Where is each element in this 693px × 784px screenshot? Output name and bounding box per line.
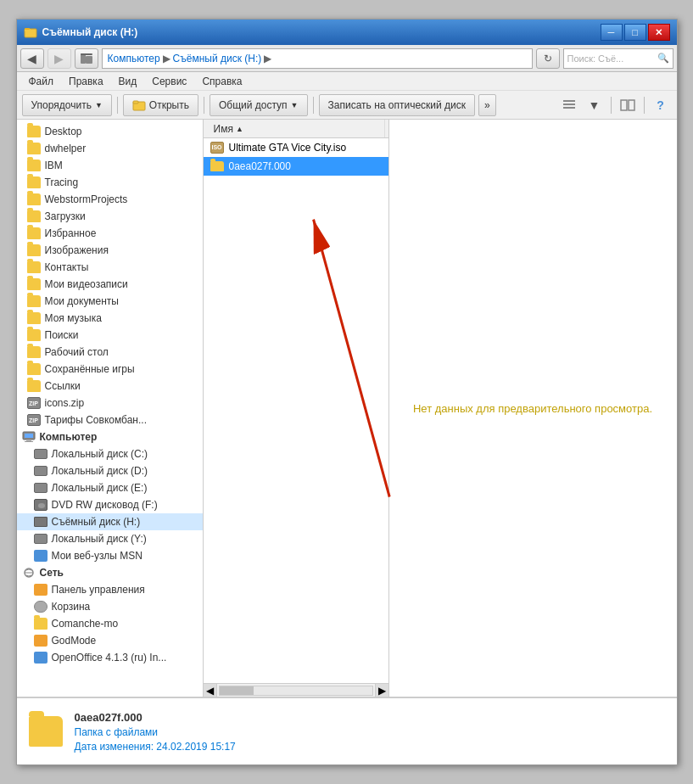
h-scroll-thumb[interactable] — [220, 686, 254, 695]
search-icon[interactable]: 🔍 — [657, 53, 669, 64]
zip-icon: ZIP — [27, 414, 41, 426]
sidebar-comanche[interactable]: Comanche-mo — [17, 615, 203, 632]
burn-button[interactable]: Записать на оптический диск — [319, 94, 476, 116]
more-button[interactable]: » — [478, 94, 496, 116]
sidebar-label: IBM — [45, 160, 63, 171]
menu-help[interactable]: Справка — [195, 74, 249, 89]
sidebar-item-links[interactable]: Ссылки — [17, 378, 203, 395]
sidebar-item-dwhelper[interactable]: dwhelper — [17, 140, 203, 157]
breadcrumb-computer[interactable]: Компьютер — [108, 53, 160, 64]
sidebar-item-contacts[interactable]: Контакты — [17, 259, 203, 276]
iso-file-icon: ISO — [210, 142, 224, 154]
sidebar-item-downloads[interactable]: Загрузки — [17, 208, 203, 225]
web-icon — [34, 550, 48, 562]
organize-button[interactable]: Упорядочить ▼ — [22, 94, 112, 116]
status-date-label: Дата изменения: — [75, 741, 154, 753]
sidebar-label: Изображения — [45, 244, 109, 256]
help-button[interactable]: ? — [650, 96, 672, 115]
file-row[interactable]: ISO Ultimate GTA Vice City.iso — [204, 138, 388, 157]
status-info: 0aea027f.000 Папка с файлами Дата измене… — [75, 711, 236, 753]
svg-rect-7 — [133, 101, 138, 104]
menu-view[interactable]: Вид — [112, 74, 144, 89]
sidebar-drive-d[interactable]: Локальный диск (D:) — [17, 462, 203, 479]
window-controls: ─ □ ✕ — [601, 24, 670, 41]
toolbar-sep3 — [313, 97, 314, 114]
sidebar-msn[interactable]: Мои веб-узлы MSN — [17, 547, 203, 564]
back-button[interactable]: ◀ — [20, 48, 44, 69]
view-pane-button[interactable] — [617, 96, 639, 115]
sidebar-item-savedgames[interactable]: Сохранённые игры — [17, 361, 203, 378]
drive-label: Локальный диск (C:) — [52, 448, 148, 460]
scroll-left[interactable]: ◀ — [204, 684, 217, 697]
sidebar-drive-h[interactable]: Съёмный диск (H:) — [17, 513, 203, 530]
folder-icon — [27, 278, 41, 290]
sidebar-item-favorites[interactable]: Избранное — [17, 225, 203, 242]
folder-icon — [27, 346, 41, 358]
sidebar-drive-c[interactable]: Локальный диск (C:) — [17, 445, 203, 462]
sidebar-item-desktop2[interactable]: Рабочий стол — [17, 344, 203, 361]
name-column-header[interactable]: Имя ▲ — [207, 120, 385, 137]
svg-rect-11 — [621, 100, 627, 110]
file-row-selected[interactable]: 0aea027f.000 — [204, 157, 388, 176]
folder-icon — [27, 126, 41, 137]
svg-rect-10 — [563, 107, 575, 109]
bottom-scrollbar[interactable]: ◀ ▶ — [204, 683, 388, 697]
svg-rect-14 — [25, 434, 33, 438]
sidebar-drive-e[interactable]: Локальный диск (E:) — [17, 479, 203, 496]
forward-button[interactable]: ▶ — [48, 48, 71, 69]
svg-rect-5 — [81, 53, 92, 55]
folder-icon — [34, 618, 48, 630]
sidebar-item-tracing[interactable]: Tracing — [17, 174, 203, 191]
sidebar-item-music[interactable]: Моя музыка — [17, 310, 203, 327]
menu-service[interactable]: Сервис — [145, 74, 193, 89]
sidebar-godmode[interactable]: GodMode — [17, 632, 203, 649]
sidebar-item-webstorm[interactable]: WebstormProjects — [17, 191, 203, 208]
view-toggle-button[interactable]: ▼ — [584, 96, 606, 115]
h-scroll-track[interactable] — [219, 686, 373, 696]
search-box[interactable]: Поиск: Съё... 🔍 — [563, 48, 673, 69]
address-bar: ◀ ▶ Компьютер ▶ Съёмный диск (H:) ▶ ↻ По… — [17, 45, 677, 72]
window-title: Съёмный диск (H:) — [42, 26, 601, 38]
folder-icon — [27, 143, 41, 154]
up-button[interactable] — [75, 48, 98, 69]
sidebar-control-panel[interactable]: Панель управления — [17, 581, 203, 598]
scroll-right[interactable]: ▶ — [375, 684, 388, 697]
computer-section[interactable]: Компьютер — [17, 428, 203, 445]
svg-rect-8 — [563, 100, 575, 102]
refresh-button[interactable]: ↻ — [536, 48, 560, 69]
share-button[interactable]: Общий доступ ▼ — [210, 94, 308, 116]
sidebar-drive-f[interactable]: DVD RW дисковод (F:) — [17, 496, 203, 513]
open-label: Открыть — [149, 99, 189, 111]
network-section[interactable]: Сеть — [17, 564, 203, 581]
maximize-button[interactable]: □ — [624, 24, 646, 41]
menu-file[interactable]: Файл — [22, 74, 61, 89]
svg-rect-9 — [563, 104, 575, 105]
sidebar-item-search[interactable]: Поиски — [17, 327, 203, 344]
svg-rect-16 — [25, 441, 33, 442]
view-details-button[interactable] — [558, 96, 580, 115]
sidebar-recycle[interactable]: Корзина — [17, 598, 203, 615]
zip-icon: ZIP — [27, 397, 41, 409]
address-breadcrumb[interactable]: Компьютер ▶ Съёмный диск (H:) ▶ — [102, 48, 533, 69]
status-folder-icon — [29, 716, 63, 747]
sidebar-item-docs[interactable]: Мои документы — [17, 293, 203, 310]
minimize-button[interactable]: ─ — [601, 24, 623, 41]
folder-icon — [27, 329, 41, 341]
sidebar-label: dwhelper — [45, 143, 87, 154]
menu-edit[interactable]: Правка — [62, 74, 110, 89]
sort-icon: ▲ — [236, 125, 243, 133]
folder-icon — [27, 261, 41, 273]
sidebar-item-ibm[interactable]: IBM — [17, 157, 203, 174]
sidebar-label: Ссылки — [45, 380, 81, 392]
sidebar-openoffice[interactable]: OpenOffice 4.1.3 (ru) In... — [17, 649, 203, 666]
sidebar-drive-y[interactable]: Локальный диск (Y:) — [17, 530, 203, 547]
sidebar-label: Корзина — [52, 601, 91, 613]
breadcrumb-drive[interactable]: Съёмный диск (H:) — [173, 53, 262, 64]
sidebar-item-icons-zip[interactable]: ZIP icons.zip — [17, 395, 203, 412]
sidebar-item-tarify[interactable]: ZIP Тарифы Совкомбан... — [17, 412, 203, 428]
sidebar-item-images[interactable]: Изображения — [17, 242, 203, 259]
sidebar-item-videos[interactable]: Мои видеозаписи — [17, 276, 203, 293]
sidebar-item-desktop[interactable]: Desktop — [17, 123, 203, 140]
close-button[interactable]: ✕ — [648, 24, 670, 41]
open-button[interactable]: Открыть — [123, 94, 198, 116]
